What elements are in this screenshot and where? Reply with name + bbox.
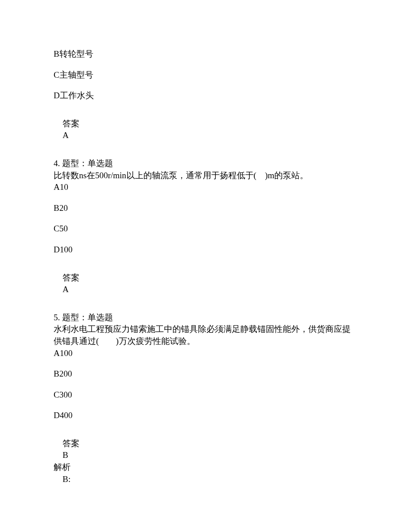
question-header: 4. 题型：单选题 — [54, 158, 357, 170]
explain-label: 解析 — [54, 461, 357, 473]
question-5: 5. 题型：单选题 水利水电工程预应力锚索施工中的锚具除必须满足静载锚固性能外，… — [54, 312, 357, 422]
question-text: 比转数ns在500r/min以上的轴流泵，通常用于扬程低于( )m的泵站。 — [54, 170, 357, 182]
question-4: 4. 题型：单选题 比转数ns在500r/min以上的轴流泵，通常用于扬程低于(… — [54, 158, 357, 256]
option-d: D工作水头 — [54, 90, 357, 102]
option-b: B转轮型号 — [54, 48, 357, 60]
answer-value: A — [54, 284, 357, 296]
answer-block-3: 答案 A — [54, 118, 357, 142]
option-b: B200 — [54, 368, 357, 380]
answer-value: B — [54, 449, 357, 461]
option-b: B20 — [54, 202, 357, 214]
answer-label: 答案 — [54, 118, 357, 130]
answer-label: 答案 — [54, 438, 357, 450]
option-d: D100 — [54, 244, 357, 256]
option-d: D400 — [54, 410, 357, 422]
option-a: A100 — [54, 348, 357, 360]
answer-value: A — [54, 130, 357, 142]
question-text: 水利水电工程预应力锚索施工中的锚具除必须满足静载锚固性能外，供货商应提供锚具通过… — [54, 323, 357, 347]
option-c: C50 — [54, 223, 357, 235]
answer-block-5: 答案 B 解析 B: — [54, 438, 357, 485]
answer-label: 答案 — [54, 272, 357, 284]
option-c: C主轴型号 — [54, 69, 357, 81]
answer-block-4: 答案 A — [54, 272, 357, 296]
option-a: A10 — [54, 181, 357, 193]
document-content: B转轮型号 C主轴型号 D工作水头 答案 A 4. 题型：单选题 比转数ns在5… — [54, 48, 357, 485]
question-header: 5. 题型：单选题 — [54, 312, 357, 324]
explain-value: B: — [54, 473, 357, 486]
option-c: C300 — [54, 389, 357, 401]
